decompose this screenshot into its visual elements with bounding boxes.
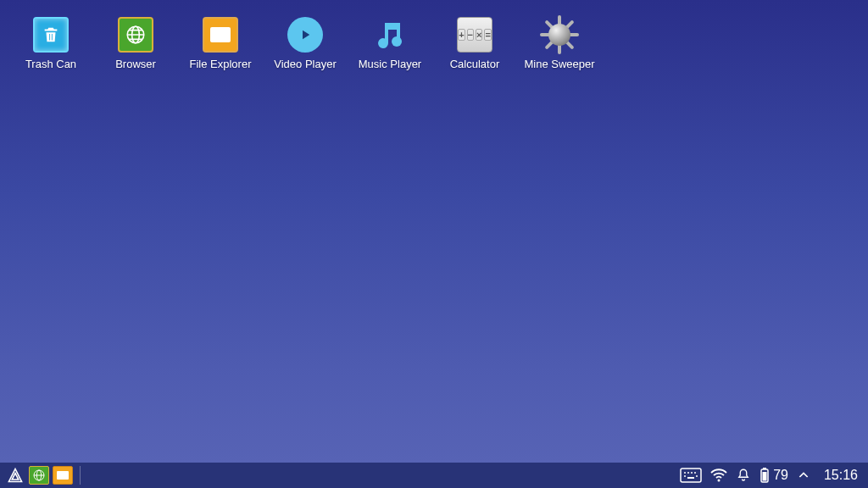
desktop-icon-label: Video Player (274, 58, 336, 70)
wifi-icon[interactable] (710, 469, 727, 482)
desktop-icon-browser[interactable]: Browser (93, 17, 178, 70)
desktop-icon-music-player[interactable]: Music Player (348, 17, 432, 70)
svg-rect-16 (763, 468, 766, 469)
svg-rect-17 (763, 472, 767, 481)
folder-icon (203, 17, 238, 53)
start-button[interactable] (5, 466, 25, 485)
chevron-up-icon[interactable] (797, 469, 810, 482)
svg-point-7 (684, 472, 686, 474)
desktop: Trash Can Browser File Explorer Video Pl… (0, 0, 868, 463)
desktop-icon-label: File Explorer (190, 58, 252, 70)
svg-rect-6 (681, 469, 701, 482)
desktop-icon-file-explorer[interactable]: File Explorer (178, 17, 263, 70)
trash-icon (33, 17, 69, 53)
keyboard-icon[interactable] (680, 468, 702, 483)
mine-icon (542, 17, 577, 53)
desktop-icon-mine-sweeper[interactable]: Mine Sweeper (517, 17, 602, 70)
desktop-icon-calculator[interactable]: +−×= Calculator (432, 17, 517, 70)
svg-point-12 (696, 475, 698, 477)
taskbar: 79 15:16 (0, 463, 868, 488)
battery-icon (760, 467, 770, 484)
svg-rect-13 (687, 477, 694, 479)
taskbar-separator (80, 466, 81, 485)
bell-icon[interactable] (736, 468, 751, 483)
music-note-icon (372, 17, 408, 53)
desktop-icon-label: Music Player (359, 58, 421, 70)
svg-point-10 (694, 472, 696, 474)
desktop-icon-label: Browser (115, 58, 156, 70)
desktop-icon-label: Trash Can (25, 58, 76, 70)
battery-percent: 79 (773, 468, 788, 483)
svg-point-11 (684, 475, 686, 477)
desktop-icon-trash-can[interactable]: Trash Can (8, 17, 93, 70)
globe-icon (118, 17, 153, 53)
taskbar-browser-button[interactable] (29, 466, 49, 485)
desktop-icon-label: Calculator (450, 58, 500, 70)
desktop-icon-video-player[interactable]: Video Player (263, 17, 348, 70)
svg-point-9 (691, 472, 693, 474)
desktop-icon-label: Mine Sweeper (524, 58, 594, 70)
svg-rect-3 (397, 23, 400, 40)
system-tray: 79 15:16 (680, 467, 863, 484)
taskbar-left (5, 463, 84, 488)
svg-point-8 (687, 472, 689, 474)
calculator-icon: +−×= (457, 17, 492, 53)
clock[interactable]: 15:16 (819, 468, 863, 483)
svg-point-14 (718, 480, 721, 482)
taskbar-file-explorer-button[interactable] (53, 466, 73, 485)
battery-indicator[interactable]: 79 (760, 467, 788, 484)
play-icon (287, 17, 323, 53)
